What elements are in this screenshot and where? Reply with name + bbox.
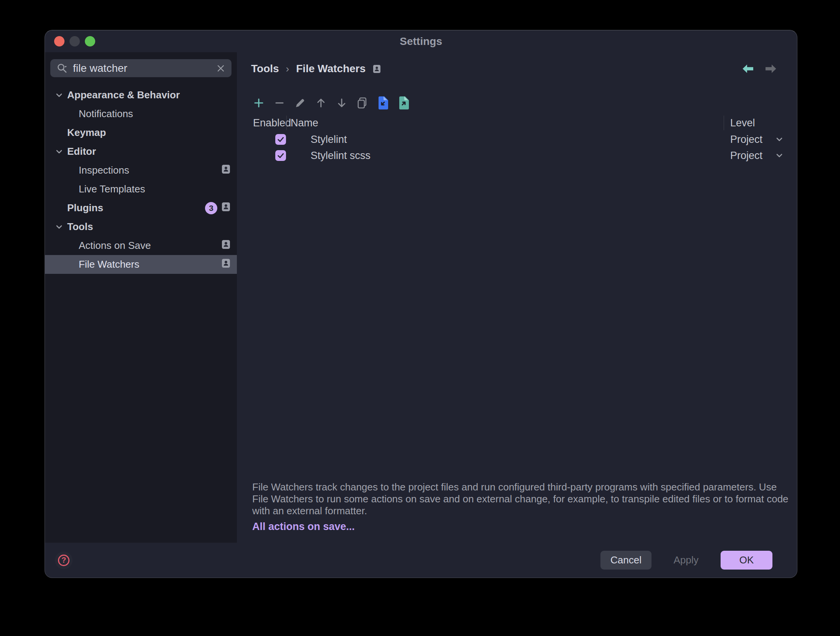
back-arrow-icon[interactable] bbox=[742, 64, 754, 74]
move-up-icon[interactable] bbox=[314, 96, 327, 109]
window-title: Settings bbox=[400, 35, 442, 48]
sidebar-item-label: Live Templates bbox=[79, 183, 145, 195]
cancel-button[interactable]: Cancel bbox=[600, 551, 651, 570]
apply-button[interactable]: Apply bbox=[661, 551, 711, 570]
settings-dialog: Settings bbox=[45, 30, 797, 578]
search-icon bbox=[56, 63, 68, 74]
sidebar-item-keymap[interactable]: Keymap bbox=[45, 123, 237, 142]
feature-description: File Watchers track changes to the proje… bbox=[237, 481, 789, 517]
sidebar-item-label: Keymap bbox=[67, 127, 106, 139]
chevron-down-icon[interactable] bbox=[55, 147, 63, 156]
sidebar-item-label: Tools bbox=[67, 221, 93, 233]
chevron-down-icon[interactable] bbox=[55, 223, 63, 231]
table-row[interactable]: Stylelint scss Project bbox=[237, 147, 797, 164]
column-header-enabled[interactable]: Enabled bbox=[237, 117, 286, 129]
sidebar-item-label: File Watchers bbox=[79, 258, 139, 270]
column-header-level[interactable]: Level bbox=[724, 117, 797, 129]
level-value[interactable]: Project bbox=[730, 150, 762, 162]
sidebar-item-file-watchers[interactable]: File Watchers bbox=[45, 255, 237, 274]
help-icon: ? bbox=[58, 555, 69, 566]
chevron-down-icon[interactable] bbox=[775, 151, 784, 160]
forward-arrow-icon[interactable] bbox=[765, 64, 777, 74]
export-icon[interactable] bbox=[397, 96, 410, 109]
chevron-down-icon[interactable] bbox=[775, 135, 784, 144]
add-icon[interactable] bbox=[252, 96, 265, 109]
watcher-name: Stylelint bbox=[286, 134, 724, 146]
sidebar-item-label: Notifications bbox=[79, 108, 133, 120]
sidebar-item-appearance-behavior[interactable]: Appearance & Behavior bbox=[45, 86, 237, 104]
clear-search-icon[interactable] bbox=[216, 64, 225, 73]
title-bar: Settings bbox=[45, 30, 797, 52]
per-ide-settings-icon bbox=[222, 240, 230, 252]
plugins-count-badge: 3 bbox=[205, 202, 217, 214]
all-actions-on-save-link[interactable]: All actions on save... bbox=[237, 521, 355, 533]
per-ide-settings-icon bbox=[222, 202, 230, 214]
sidebar-item-label: Actions on Save bbox=[79, 240, 151, 252]
search-field[interactable] bbox=[50, 59, 231, 77]
breadcrumb-separator-icon: › bbox=[286, 63, 289, 75]
breadcrumb-tools[interactable]: Tools bbox=[251, 63, 279, 75]
breadcrumb: Tools › File Watchers bbox=[237, 52, 797, 82]
sidebar-item-live-templates[interactable]: Live Templates bbox=[45, 180, 237, 199]
per-ide-settings-icon bbox=[222, 164, 230, 176]
traffic-lights bbox=[54, 36, 95, 46]
sidebar-item-label: Appearance & Behavior bbox=[67, 89, 180, 101]
watchers-toolbar bbox=[237, 93, 797, 113]
move-down-icon[interactable] bbox=[335, 96, 348, 109]
per-ide-settings-icon bbox=[222, 258, 230, 270]
file-watchers-panel: Tools › File Watchers bbox=[237, 52, 797, 543]
breadcrumb-file-watchers: File Watchers bbox=[296, 63, 365, 75]
help-button[interactable]: ? bbox=[55, 552, 73, 569]
settings-sidebar: Appearance & Behavior Notifications Keym… bbox=[45, 52, 237, 543]
sidebar-item-tools[interactable]: Tools bbox=[45, 217, 237, 236]
close-window-button[interactable] bbox=[54, 36, 64, 46]
chevron-down-icon[interactable] bbox=[55, 91, 63, 99]
table-row[interactable]: Stylelint Project bbox=[237, 131, 797, 147]
table-header: Enabled Name Level bbox=[237, 114, 797, 131]
column-header-name[interactable]: Name bbox=[287, 117, 724, 129]
zoom-window-button[interactable] bbox=[85, 36, 95, 46]
sidebar-item-label: Inspections bbox=[79, 164, 129, 176]
ok-button[interactable]: OK bbox=[721, 551, 772, 570]
watchers-table: Enabled Name Level Stylelint Project bbox=[237, 114, 797, 164]
level-value[interactable]: Project bbox=[730, 134, 762, 146]
watcher-name: Stylelint scss bbox=[286, 150, 724, 162]
search-input[interactable] bbox=[73, 62, 211, 75]
import-icon[interactable] bbox=[377, 96, 390, 109]
sidebar-item-inspections[interactable]: Inspections bbox=[45, 161, 237, 180]
sidebar-item-label: Plugins bbox=[67, 202, 103, 214]
remove-icon[interactable] bbox=[273, 96, 286, 109]
sidebar-item-plugins[interactable]: Plugins 3 bbox=[45, 199, 237, 217]
settings-tree: Appearance & Behavior Notifications Keym… bbox=[45, 86, 237, 543]
enabled-checkbox[interactable] bbox=[275, 150, 286, 161]
per-ide-settings-icon bbox=[373, 65, 380, 73]
dialog-footer: ? Cancel Apply OK bbox=[45, 543, 797, 578]
sidebar-item-notifications[interactable]: Notifications bbox=[45, 104, 237, 123]
minimize-window-button[interactable] bbox=[69, 36, 80, 46]
edit-pencil-icon[interactable] bbox=[294, 96, 307, 109]
sidebar-item-label: Editor bbox=[67, 146, 96, 157]
copy-icon[interactable] bbox=[356, 96, 369, 109]
sidebar-item-actions-on-save[interactable]: Actions on Save bbox=[45, 236, 237, 255]
sidebar-item-editor[interactable]: Editor bbox=[45, 142, 237, 161]
enabled-checkbox[interactable] bbox=[275, 134, 286, 145]
